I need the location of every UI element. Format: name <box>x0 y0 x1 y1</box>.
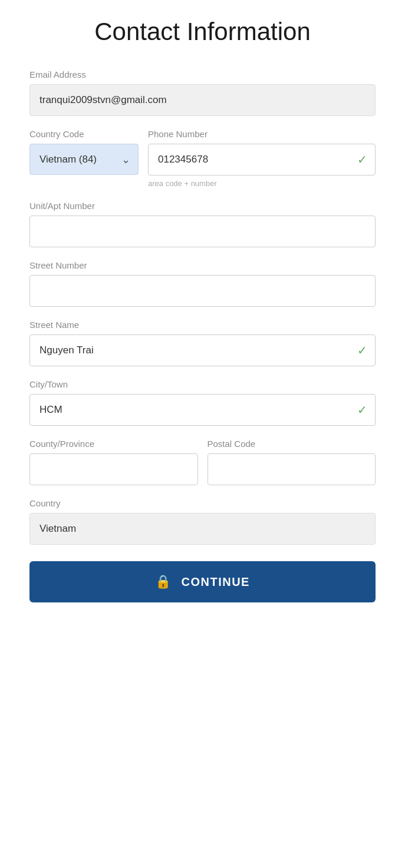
country-field-group: Country <box>29 498 376 545</box>
street-name-input[interactable] <box>29 334 376 366</box>
city-valid-icon: ✓ <box>357 403 367 417</box>
street-name-field-group: Street Name ✓ <box>29 320 376 366</box>
phone-valid-icon: ✓ <box>357 153 367 167</box>
unit-apt-field-group: Unit/Apt Number <box>29 201 376 247</box>
street-number-field-group: Street Number <box>29 260 376 307</box>
unit-apt-label: Unit/Apt Number <box>29 201 376 211</box>
country-input[interactable] <box>29 513 376 545</box>
county-label: County/Province <box>29 439 198 449</box>
street-name-valid-icon: ✓ <box>357 343 367 357</box>
city-input-wrapper: ✓ <box>29 394 376 426</box>
street-name-input-wrapper: ✓ <box>29 334 376 366</box>
postal-label: Postal Code <box>208 439 376 449</box>
contact-form: Email Address Country Code Vietnam (84) … <box>29 69 376 602</box>
country-code-group: Country Code Vietnam (84) ⌄ <box>29 129 139 188</box>
page-title: Contact Information <box>29 18 376 46</box>
county-postal-row: County/Province Postal Code <box>29 439 376 485</box>
county-input[interactable] <box>29 453 198 485</box>
street-name-label: Street Name <box>29 320 376 330</box>
postal-group: Postal Code <box>208 439 376 485</box>
street-number-label: Street Number <box>29 260 376 270</box>
postal-input[interactable] <box>208 453 376 485</box>
street-number-input[interactable] <box>29 275 376 307</box>
city-field-group: City/Town ✓ <box>29 379 376 426</box>
phone-hint: area code + number <box>148 179 376 188</box>
city-label: City/Town <box>29 379 376 389</box>
country-code-wrapper: Vietnam (84) ⌄ <box>29 144 139 175</box>
lock-icon: 🔒 <box>155 574 172 589</box>
country-label: Country <box>29 498 376 508</box>
phone-group: Phone Number ✓ area code + number <box>148 129 376 188</box>
country-code-label: Country Code <box>29 129 139 139</box>
email-input[interactable] <box>29 84 376 116</box>
phone-input-wrapper: ✓ <box>148 144 376 175</box>
continue-label: CONTINUE <box>182 575 250 589</box>
country-code-select[interactable]: Vietnam (84) <box>29 144 139 175</box>
city-input[interactable] <box>29 394 376 426</box>
unit-apt-input[interactable] <box>29 216 376 247</box>
county-group: County/Province <box>29 439 198 485</box>
phone-row: Country Code Vietnam (84) ⌄ Phone Number… <box>29 129 376 188</box>
email-label: Email Address <box>29 69 376 79</box>
email-field-group: Email Address <box>29 69 376 116</box>
phone-label: Phone Number <box>148 129 376 139</box>
continue-button[interactable]: 🔒 CONTINUE <box>29 561 376 602</box>
phone-input[interactable] <box>148 144 376 175</box>
